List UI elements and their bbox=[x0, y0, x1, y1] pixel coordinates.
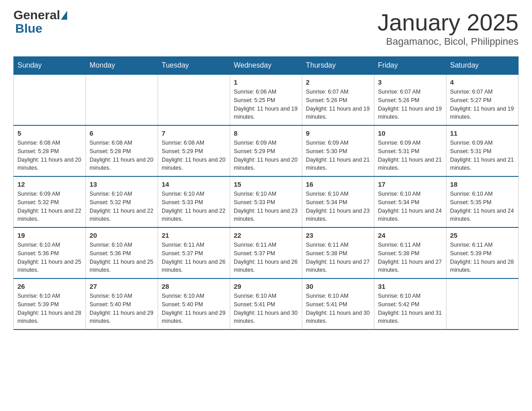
day-info: Sunrise: 6:09 AMSunset: 5:32 PMDaylight:… bbox=[17, 190, 82, 223]
calendar-cell bbox=[86, 74, 158, 125]
calendar-title: January 2025 bbox=[378, 9, 519, 36]
day-info: Sunrise: 6:10 AMSunset: 5:34 PMDaylight:… bbox=[306, 190, 370, 223]
day-number: 1 bbox=[234, 78, 298, 86]
day-number: 11 bbox=[450, 129, 515, 137]
day-number: 14 bbox=[162, 180, 226, 188]
day-number: 19 bbox=[17, 231, 82, 239]
day-number: 6 bbox=[90, 129, 154, 137]
day-info: Sunrise: 6:08 AMSunset: 5:28 PMDaylight:… bbox=[17, 139, 82, 172]
day-info: Sunrise: 6:09 AMSunset: 5:31 PMDaylight:… bbox=[450, 139, 515, 172]
calendar-cell: 10Sunrise: 6:09 AMSunset: 5:31 PMDayligh… bbox=[374, 125, 446, 176]
day-info: Sunrise: 6:06 AMSunset: 5:25 PMDaylight:… bbox=[234, 88, 298, 121]
title-block: January 2025 Bagamanoc, Bicol, Philippin… bbox=[378, 9, 519, 47]
calendar-cell: 16Sunrise: 6:10 AMSunset: 5:34 PMDayligh… bbox=[302, 176, 374, 227]
day-info: Sunrise: 6:10 AMSunset: 5:33 PMDaylight:… bbox=[162, 190, 226, 223]
day-info: Sunrise: 6:10 AMSunset: 5:39 PMDaylight:… bbox=[17, 292, 82, 325]
day-info: Sunrise: 6:08 AMSunset: 5:28 PMDaylight:… bbox=[90, 139, 154, 172]
day-info: Sunrise: 6:10 AMSunset: 5:33 PMDaylight:… bbox=[234, 190, 298, 223]
day-number: 17 bbox=[378, 180, 442, 188]
calendar-cell: 29Sunrise: 6:10 AMSunset: 5:41 PMDayligh… bbox=[230, 278, 302, 330]
calendar-cell: 13Sunrise: 6:10 AMSunset: 5:32 PMDayligh… bbox=[86, 176, 158, 227]
calendar-cell bbox=[158, 74, 230, 125]
day-number: 27 bbox=[90, 283, 154, 290]
day-number: 25 bbox=[450, 231, 515, 239]
day-number: 30 bbox=[306, 283, 370, 290]
day-info: Sunrise: 6:07 AMSunset: 5:27 PMDaylight:… bbox=[450, 88, 515, 121]
day-number: 9 bbox=[306, 129, 370, 137]
calendar-week-1: 1Sunrise: 6:06 AMSunset: 5:25 PMDaylight… bbox=[14, 74, 519, 125]
day-number: 12 bbox=[17, 180, 82, 188]
day-info: Sunrise: 6:11 AMSunset: 5:37 PMDaylight:… bbox=[234, 241, 298, 274]
day-number: 3 bbox=[378, 78, 442, 86]
calendar-cell: 4Sunrise: 6:07 AMSunset: 5:27 PMDaylight… bbox=[446, 74, 519, 125]
calendar-cell: 27Sunrise: 6:10 AMSunset: 5:40 PMDayligh… bbox=[86, 278, 158, 330]
calendar-cell: 7Sunrise: 6:08 AMSunset: 5:29 PMDaylight… bbox=[158, 125, 230, 176]
calendar-cell: 5Sunrise: 6:08 AMSunset: 5:28 PMDaylight… bbox=[14, 125, 86, 176]
day-number: 26 bbox=[17, 283, 82, 290]
col-monday: Monday bbox=[86, 57, 158, 75]
logo-icon: General bbox=[13, 9, 67, 21]
calendar-cell: 9Sunrise: 6:09 AMSunset: 5:30 PMDaylight… bbox=[302, 125, 374, 176]
col-thursday: Thursday bbox=[302, 57, 374, 75]
logo-triangle-icon bbox=[61, 11, 67, 20]
page-header: General Blue January 2025 Bagamanoc, Bic… bbox=[13, 9, 519, 47]
day-number: 5 bbox=[17, 129, 82, 137]
col-sunday: Sunday bbox=[14, 57, 86, 75]
logo: General Blue bbox=[13, 9, 67, 36]
day-number: 18 bbox=[450, 180, 515, 188]
day-number: 29 bbox=[234, 283, 298, 290]
day-info: Sunrise: 6:09 AMSunset: 5:31 PMDaylight:… bbox=[378, 139, 442, 172]
calendar-cell: 14Sunrise: 6:10 AMSunset: 5:33 PMDayligh… bbox=[158, 176, 230, 227]
logo-general-text: General bbox=[13, 9, 60, 21]
day-number: 7 bbox=[162, 129, 226, 137]
day-info: Sunrise: 6:10 AMSunset: 5:36 PMDaylight:… bbox=[17, 241, 82, 274]
col-tuesday: Tuesday bbox=[158, 57, 230, 75]
day-number: 2 bbox=[306, 78, 370, 86]
calendar-week-4: 19Sunrise: 6:10 AMSunset: 5:36 PMDayligh… bbox=[14, 227, 519, 278]
calendar-cell bbox=[446, 278, 519, 330]
day-info: Sunrise: 6:11 AMSunset: 5:38 PMDaylight:… bbox=[378, 241, 442, 274]
calendar-cell: 21Sunrise: 6:11 AMSunset: 5:37 PMDayligh… bbox=[158, 227, 230, 278]
calendar-cell: 24Sunrise: 6:11 AMSunset: 5:38 PMDayligh… bbox=[374, 227, 446, 278]
day-info: Sunrise: 6:10 AMSunset: 5:40 PMDaylight:… bbox=[162, 292, 226, 325]
calendar-cell bbox=[14, 74, 86, 125]
day-info: Sunrise: 6:11 AMSunset: 5:38 PMDaylight:… bbox=[306, 241, 370, 274]
calendar-cell: 30Sunrise: 6:10 AMSunset: 5:41 PMDayligh… bbox=[302, 278, 374, 330]
day-number: 21 bbox=[162, 231, 226, 239]
day-info: Sunrise: 6:09 AMSunset: 5:29 PMDaylight:… bbox=[234, 139, 298, 172]
calendar-cell: 11Sunrise: 6:09 AMSunset: 5:31 PMDayligh… bbox=[446, 125, 519, 176]
calendar-cell: 15Sunrise: 6:10 AMSunset: 5:33 PMDayligh… bbox=[230, 176, 302, 227]
calendar-cell: 19Sunrise: 6:10 AMSunset: 5:36 PMDayligh… bbox=[14, 227, 86, 278]
calendar-cell: 17Sunrise: 6:10 AMSunset: 5:34 PMDayligh… bbox=[374, 176, 446, 227]
calendar-subtitle: Bagamanoc, Bicol, Philippines bbox=[378, 36, 519, 47]
day-info: Sunrise: 6:10 AMSunset: 5:36 PMDaylight:… bbox=[90, 241, 154, 274]
calendar-cell: 2Sunrise: 6:07 AMSunset: 5:26 PMDaylight… bbox=[302, 74, 374, 125]
calendar-table: Sunday Monday Tuesday Wednesday Thursday… bbox=[13, 56, 519, 330]
day-info: Sunrise: 6:07 AMSunset: 5:26 PMDaylight:… bbox=[306, 88, 370, 121]
calendar-week-2: 5Sunrise: 6:08 AMSunset: 5:28 PMDaylight… bbox=[14, 125, 519, 176]
day-number: 22 bbox=[234, 231, 298, 239]
calendar-cell: 1Sunrise: 6:06 AMSunset: 5:25 PMDaylight… bbox=[230, 74, 302, 125]
day-info: Sunrise: 6:08 AMSunset: 5:29 PMDaylight:… bbox=[162, 139, 226, 172]
day-number: 20 bbox=[90, 231, 154, 239]
calendar-cell: 23Sunrise: 6:11 AMSunset: 5:38 PMDayligh… bbox=[302, 227, 374, 278]
calendar-cell: 18Sunrise: 6:10 AMSunset: 5:35 PMDayligh… bbox=[446, 176, 519, 227]
calendar-header-row: Sunday Monday Tuesday Wednesday Thursday… bbox=[14, 57, 519, 75]
calendar-cell: 20Sunrise: 6:10 AMSunset: 5:36 PMDayligh… bbox=[86, 227, 158, 278]
day-number: 28 bbox=[162, 283, 226, 290]
day-info: Sunrise: 6:10 AMSunset: 5:35 PMDaylight:… bbox=[450, 190, 515, 223]
logo-blue-text: Blue bbox=[15, 21, 67, 36]
col-saturday: Saturday bbox=[446, 57, 519, 75]
calendar-cell: 3Sunrise: 6:07 AMSunset: 5:26 PMDaylight… bbox=[374, 74, 446, 125]
day-info: Sunrise: 6:07 AMSunset: 5:26 PMDaylight:… bbox=[378, 88, 442, 121]
col-friday: Friday bbox=[374, 57, 446, 75]
day-number: 15 bbox=[234, 180, 298, 188]
calendar-cell: 12Sunrise: 6:09 AMSunset: 5:32 PMDayligh… bbox=[14, 176, 86, 227]
day-number: 13 bbox=[90, 180, 154, 188]
day-number: 4 bbox=[450, 78, 515, 86]
day-info: Sunrise: 6:10 AMSunset: 5:40 PMDaylight:… bbox=[90, 292, 154, 325]
day-number: 16 bbox=[306, 180, 370, 188]
calendar-cell: 6Sunrise: 6:08 AMSunset: 5:28 PMDaylight… bbox=[86, 125, 158, 176]
day-number: 10 bbox=[378, 129, 442, 137]
day-info: Sunrise: 6:10 AMSunset: 5:42 PMDaylight:… bbox=[378, 292, 442, 325]
